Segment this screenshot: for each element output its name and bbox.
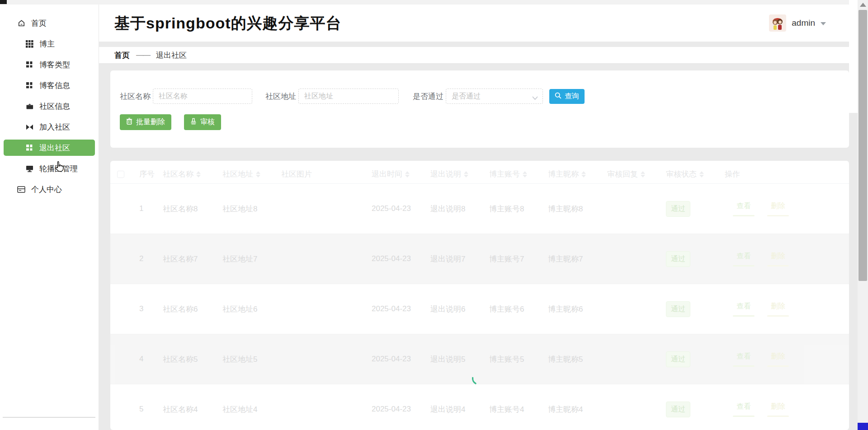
sort-carets-icon[interactable] xyxy=(581,171,586,178)
column-header-5[interactable]: 退出时间 xyxy=(367,169,426,179)
column-header-label: 审核回复 xyxy=(607,169,638,179)
column-header-3[interactable]: 社区地址 xyxy=(218,169,277,179)
loading-spinner-icon xyxy=(471,371,486,386)
cell-desc: 退出说明5 xyxy=(426,354,485,365)
scrollbar-bottom-marker[interactable] xyxy=(858,423,868,430)
sidebar-divider xyxy=(3,417,95,418)
sidebar-item-label: 博主 xyxy=(39,39,55,49)
sort-carets-icon[interactable] xyxy=(699,171,704,178)
sort-carets-icon[interactable] xyxy=(256,171,260,178)
cell-nick: 博主昵称4 xyxy=(543,404,603,415)
scrollbar-up-arrow-icon[interactable] xyxy=(860,3,866,7)
column-header-2[interactable]: 社区名称 xyxy=(158,169,218,179)
sidebar-item-label: 博客信息 xyxy=(39,80,70,91)
column-header-9[interactable]: 审核回复 xyxy=(603,169,661,179)
search-button[interactable]: 查询 xyxy=(549,89,585,104)
view-button[interactable]: 查看 xyxy=(733,252,755,266)
cell-desc: 退出说明6 xyxy=(426,304,485,314)
column-header-label: 退出说明 xyxy=(430,169,461,179)
view-button[interactable]: 查看 xyxy=(733,302,755,317)
cell-status: 通过 xyxy=(661,201,720,217)
table-row-3: 3社区名称6社区地址62025-04-23退出说明6博主账号6博主昵称6通过查看… xyxy=(110,284,849,334)
cell-account: 博主账号4 xyxy=(485,404,543,415)
user-name[interactable]: admin xyxy=(792,18,815,28)
sidebar-item-2[interactable]: 博客类型 xyxy=(0,54,99,75)
search-card: 社区名称 社区地址 是否通过 是否通过 查询 xyxy=(110,70,849,148)
delete-button[interactable]: 删除 xyxy=(767,302,789,317)
sidebar-item-4[interactable]: 社区信息 xyxy=(0,96,99,117)
column-header-label: 退出时间 xyxy=(372,169,402,179)
view-button[interactable]: 查看 xyxy=(733,201,755,216)
cell-addr: 社区地址8 xyxy=(218,204,277,214)
monitor-icon xyxy=(25,164,33,173)
cell-nick: 博主昵称6 xyxy=(543,304,603,314)
cell-index: 4 xyxy=(135,355,158,364)
delete-button[interactable]: 删除 xyxy=(767,352,789,367)
column-header-8[interactable]: 博主昵称 xyxy=(543,169,603,179)
sidebar-item-7[interactable]: 轮播图管理 xyxy=(0,158,99,179)
cell-addr: 社区地址5 xyxy=(218,354,277,365)
community-addr-input[interactable] xyxy=(298,89,399,104)
chevron-down-icon xyxy=(532,94,538,102)
cell-nick: 博主昵称8 xyxy=(543,204,603,214)
cell-desc: 退出说明4 xyxy=(426,404,485,415)
vertical-scrollbar[interactable] xyxy=(858,0,868,430)
scrollbar-thumb[interactable] xyxy=(859,10,867,281)
top-strip xyxy=(0,0,868,5)
view-button[interactable]: 查看 xyxy=(733,352,755,367)
column-header-1: 序号 xyxy=(135,169,158,179)
review-button[interactable]: 审核 xyxy=(184,114,221,130)
sort-carets-icon[interactable] xyxy=(405,171,410,178)
sidebar-item-label: 首页 xyxy=(31,18,47,28)
community-name-input[interactable] xyxy=(153,89,252,104)
column-header-label: 操作 xyxy=(725,169,740,179)
sidebar-item-1[interactable]: 博主 xyxy=(0,33,99,54)
stamp-icon xyxy=(190,118,197,126)
grid9-icon xyxy=(25,40,33,48)
sidebar-item-3[interactable]: 博客信息 xyxy=(0,75,99,96)
cell-nick: 博主昵称5 xyxy=(543,354,603,365)
table-body: 1社区名称8社区地址82025-04-23退出说明8博主账号8博主昵称8通过查看… xyxy=(110,184,849,430)
sort-carets-icon[interactable] xyxy=(464,171,468,178)
sort-carets-icon[interactable] xyxy=(196,171,201,178)
select-all-cell xyxy=(110,171,135,178)
home-icon xyxy=(17,19,25,27)
cell-time: 2025-04-23 xyxy=(367,254,426,263)
view-button[interactable]: 查看 xyxy=(733,402,755,417)
column-header-label: 序号 xyxy=(139,169,155,179)
delete-button[interactable]: 删除 xyxy=(767,402,789,417)
column-header-label: 博主账号 xyxy=(489,169,520,179)
delete-button[interactable]: 删除 xyxy=(767,252,789,266)
sidebar-item-5[interactable]: 加入社区 xyxy=(0,117,99,137)
column-header-4: 社区图片 xyxy=(277,169,367,179)
community-addr-label: 社区地址 xyxy=(265,91,296,102)
cell-account: 博主账号7 xyxy=(485,254,543,264)
pass-select[interactable]: 是否通过 xyxy=(446,89,543,104)
cell-index: 2 xyxy=(135,254,158,263)
sidebar-item-0[interactable]: 首页 xyxy=(0,13,99,33)
sidebar-item-6[interactable]: 退出社区 xyxy=(4,140,95,156)
user-dropdown[interactable]: admin xyxy=(769,5,826,42)
status-badge: 通过 xyxy=(666,301,690,317)
trash-icon xyxy=(126,118,132,126)
delete-button[interactable]: 删除 xyxy=(767,201,789,216)
sort-carets-icon[interactable] xyxy=(641,171,645,178)
sort-carets-icon[interactable] xyxy=(523,171,527,178)
select-all-checkbox[interactable] xyxy=(117,171,124,178)
cell-nick: 博主昵称7 xyxy=(543,254,603,264)
breadcrumb-separator: —— xyxy=(136,51,150,60)
search-button-label: 查询 xyxy=(565,92,579,101)
sidebar-item-label: 退出社区 xyxy=(39,143,70,153)
status-badge: 通过 xyxy=(666,351,690,367)
cell-addr: 社区地址6 xyxy=(218,304,277,314)
column-header-10[interactable]: 审核状态 xyxy=(661,169,720,179)
column-header-6[interactable]: 退出说明 xyxy=(426,169,485,179)
avatar[interactable] xyxy=(769,14,786,32)
batch-delete-button[interactable]: 批量删除 xyxy=(120,114,171,130)
column-header-label: 审核状态 xyxy=(666,169,697,179)
column-header-7[interactable]: 博主账号 xyxy=(485,169,543,179)
cell-desc: 退出说明8 xyxy=(426,204,485,214)
breadcrumb-home[interactable]: 首页 xyxy=(114,50,130,61)
table-row-2: 2社区名称7社区地址72025-04-23退出说明7博主账号7博主昵称7通过查看… xyxy=(110,234,849,284)
sidebar-item-8[interactable]: 个人中心 xyxy=(0,179,99,200)
